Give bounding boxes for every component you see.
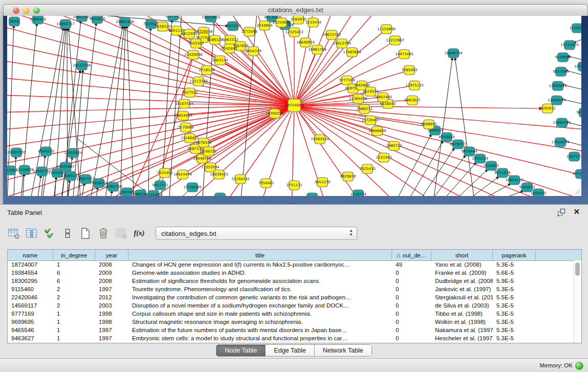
table-cell-name[interactable]: 18724007: [8, 261, 53, 269]
table-cell-out_de[interactable]: 0: [392, 269, 431, 277]
table-cell-year[interactable]: 1997: [95, 286, 128, 294]
table-cell-name[interactable]: 14569117: [8, 302, 53, 310]
table-cell-year[interactable]: 1997: [95, 335, 128, 343]
new-column-button[interactable]: [79, 227, 92, 240]
table-cell-year[interactable]: 2003: [95, 302, 128, 310]
table-cell-pagerank[interactable]: 5.3E-5: [493, 318, 536, 326]
table-cell-pagerank[interactable]: 5.3E-5: [493, 310, 536, 318]
table-cell-title[interactable]: Estimation of significance thresholds fo…: [128, 277, 392, 286]
table-cell-in_degree[interactable]: 2: [53, 286, 95, 294]
scrollbar-thumb[interactable]: [575, 262, 580, 276]
table-cell-in_degree[interactable]: 2: [53, 294, 95, 302]
delete-column-button[interactable]: [97, 227, 110, 240]
table-cell-title[interactable]: Genome-wide association studies in ADHD.: [128, 269, 392, 277]
table-cell-short[interactable]: Hescheler et al. (1997): [431, 335, 493, 343]
table-row[interactable]: 2242004622012Investigating the contribut…: [8, 294, 581, 302]
table-cell-out_de[interactable]: 0: [392, 286, 431, 294]
table-cell-pagerank[interactable]: 5.3E-5: [493, 286, 536, 294]
table-vertical-scrollbar[interactable]: [574, 260, 581, 343]
table-cell-name[interactable]: 9463627: [8, 335, 53, 343]
table-cell-in_degree[interactable]: 1: [53, 335, 95, 343]
table-cell-in_degree[interactable]: 2: [53, 302, 95, 310]
table-cell-short[interactable]: de Silva et al. (2003): [431, 302, 493, 310]
table-cell-year[interactable]: 2012: [95, 294, 128, 302]
graph-edge[interactable]: [148, 28, 150, 196]
table-row[interactable]: 911546021997Tourette syndrome. Phenomeno…: [8, 286, 581, 294]
table-cell-in_degree[interactable]: 1: [53, 318, 95, 326]
table-cell-pagerank[interactable]: 5.3E-5: [493, 326, 536, 335]
table-cell-year[interactable]: 1998: [95, 318, 128, 326]
table-cell-name[interactable]: 9115460: [8, 286, 53, 294]
graph-edge[interactable]: [204, 105, 294, 143]
table-cell-name[interactable]: 9777169: [8, 310, 53, 318]
table-settings-button[interactable]: [7, 227, 20, 240]
close-panel-icon[interactable]: ✕: [573, 207, 580, 216]
table-cell-out_de[interactable]: 0: [392, 277, 431, 286]
tab-network-table[interactable]: Network Table: [315, 345, 372, 356]
table-row[interactable]: 946554611997Estimation of the future num…: [8, 326, 581, 335]
table-cell-year[interactable]: 2009: [95, 269, 128, 277]
table-cell-out_de[interactable]: 0: [392, 326, 431, 335]
table-cell-out_de[interactable]: 0: [392, 318, 431, 326]
table-cell-in_degree[interactable]: 1: [53, 261, 95, 269]
table-cell-title[interactable]: Tourette syndrome. Phenomenology and cla…: [128, 286, 392, 294]
table-cell-pagerank[interactable]: 5.5E-5: [493, 294, 536, 302]
function-builder-button[interactable]: f(x): [133, 227, 146, 240]
select-all-button[interactable]: [43, 227, 56, 240]
table-cell-pagerank[interactable]: 5.3E-5: [493, 335, 536, 343]
table-cell-short[interactable]: Jankovic et al. (1997): [431, 286, 493, 294]
column-selector-button[interactable]: [25, 227, 38, 240]
table-cell-pagerank[interactable]: 5.9E-5: [493, 277, 536, 286]
table-cell-name[interactable]: 22420046: [8, 294, 53, 302]
table-row[interactable]: 977716911998Corpus callosum shape and si…: [8, 310, 581, 318]
table-cell-pagerank[interactable]: 5.3E-5: [493, 261, 536, 269]
table-cell-short[interactable]: Stergiakouli et al. (2012): [431, 294, 493, 302]
graph-edge[interactable]: [13, 156, 16, 196]
table-row[interactable]: 969969511998Structural magnetic resonanc…: [8, 318, 581, 326]
table-cell-name[interactable]: 9699695: [8, 318, 53, 326]
table-cell-short[interactable]: Yano et al. (2008): [431, 261, 493, 269]
table-cell-out_de[interactable]: 0: [392, 302, 431, 310]
graph-edge[interactable]: [473, 184, 511, 196]
table-cell-out_de[interactable]: 0: [392, 335, 431, 343]
table-cell-short[interactable]: Nakamura et al. (1997): [431, 326, 493, 335]
table-cell-out_de[interactable]: 0: [392, 294, 431, 302]
row-options-button[interactable]: [61, 227, 74, 240]
table-cell-title[interactable]: Corpus callosum shape and size in male p…: [128, 310, 392, 318]
float-panel-icon[interactable]: [557, 208, 565, 216]
column-header-title[interactable]: title: [128, 250, 392, 260]
table-select-dropdown[interactable]: citations_edges.txt ▲▼: [156, 227, 357, 240]
column-header-in_degree[interactable]: in_degree: [53, 250, 95, 260]
table-cell-title[interactable]: Changes of HCN gene expression and I(f) …: [128, 261, 392, 269]
graph-edge[interactable]: [220, 105, 294, 196]
table-cell-title[interactable]: Structural magnetic resonance image aver…: [128, 318, 392, 326]
table-cell-in_degree[interactable]: 6: [53, 277, 95, 286]
memory-status-led-icon[interactable]: [575, 362, 583, 370]
table-cell-in_degree[interactable]: 1: [53, 310, 95, 318]
window-titlebar[interactable]: citations_edges.txt: [3, 4, 588, 17]
table-cell-year[interactable]: 2008: [95, 277, 128, 286]
graph-edge[interactable]: [37, 175, 41, 196]
table-cell-year[interactable]: 2008: [95, 261, 128, 269]
graph-edge[interactable]: [294, 50, 317, 105]
table-cell-title[interactable]: Estimation of the future numbers of pati…: [128, 326, 392, 335]
tab-node-table[interactable]: Node Table: [216, 345, 266, 356]
table-cell-short[interactable]: Tibbo et al. (1998): [431, 310, 493, 318]
table-cell-short[interactable]: Franke et al. (2009): [431, 269, 493, 277]
table-row[interactable]: 1872400712008Changes of HCN gene express…: [8, 261, 581, 269]
table-cell-pagerank[interactable]: 5.6E-5: [493, 269, 536, 277]
table-cell-year[interactable]: 1997: [95, 326, 128, 335]
table-cell-in_degree[interactable]: 1: [53, 326, 95, 335]
table-cell-name[interactable]: 18300295: [8, 277, 53, 286]
table-cell-title[interactable]: Embryonic stem cells: a model to study s…: [128, 335, 392, 343]
column-header-pagerank[interactable]: pagerank: [493, 250, 536, 260]
table-cell-short[interactable]: Dudbridge et al. (2008): [431, 277, 493, 286]
table-cell-out_de[interactable]: 0: [392, 310, 431, 318]
tab-edge-table[interactable]: Edge Table: [266, 345, 314, 356]
network-canvas[interactable]: 9640206442014055717106532879632610208914…: [7, 16, 581, 196]
table-cell-short[interactable]: Wolkin et al. (1998): [431, 318, 493, 326]
column-header-short[interactable]: short: [431, 250, 493, 260]
table-row[interactable]: 1456911722003Disruption of a novel membe…: [8, 302, 581, 310]
graph-edge[interactable]: [462, 177, 499, 196]
table-cell-name[interactable]: 9465546: [8, 326, 53, 335]
